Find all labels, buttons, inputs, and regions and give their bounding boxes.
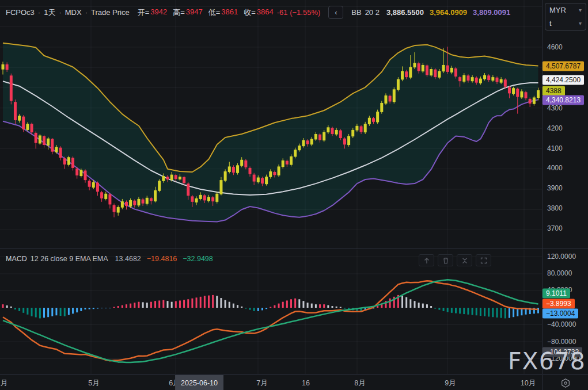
macd-chart-canvas[interactable] bbox=[0, 250, 542, 374]
bb-values-readout: 3,886.55003,964.09093,809.0091 bbox=[386, 8, 510, 17]
bb-indicator-params: 20 2 bbox=[365, 8, 380, 17]
time-axis-tick: 9月 bbox=[445, 378, 456, 388]
bb-indicator-name[interactable]: BB bbox=[351, 8, 361, 17]
separator-dot: · bbox=[85, 8, 88, 17]
ohlc-value: 3864 bbox=[257, 7, 274, 18]
pane-separator[interactable] bbox=[0, 248, 588, 249]
delete-pane-icon bbox=[441, 255, 451, 266]
price-axis-tick: 120.0000 bbox=[547, 253, 576, 261]
price-label-chip: 4,424.2500 bbox=[543, 75, 584, 85]
price-axis-tick: 3700 bbox=[547, 224, 563, 232]
macd-value: 13.4682 bbox=[115, 255, 141, 263]
price-axis-tick: 3900 bbox=[547, 184, 563, 192]
price-axis-tick: −40.0000 bbox=[547, 320, 576, 328]
price-axis-tick: 3800 bbox=[547, 204, 563, 212]
price-label-chip: 9.1011 bbox=[543, 289, 570, 299]
macd-histogram[interactable] bbox=[2, 295, 540, 319]
macd-indicator-params: 12 26 close 9 EMA EMA bbox=[31, 255, 108, 263]
price-label-chip: 4388 bbox=[543, 86, 565, 96]
time-axis-tick: 月 bbox=[1, 378, 8, 388]
chevron-down-icon: ▾ bbox=[579, 20, 582, 26]
currency-dropdown[interactable]: MYR ▾ bbox=[545, 3, 586, 17]
price-label-chip: −3.8993 bbox=[543, 299, 575, 309]
main-price-pane[interactable]: FCPOc3 · 1天 · MDX · Trade Price 开=3942高=… bbox=[0, 0, 542, 248]
currency-selector: MYR ▾ t ▾ bbox=[545, 3, 586, 30]
macd-value: −32.9498 bbox=[183, 255, 213, 263]
ohlc-label: 开= bbox=[138, 7, 150, 18]
time-axis-tick: 10月 bbox=[521, 378, 536, 388]
delete-pane-button[interactable] bbox=[438, 254, 453, 266]
macd-legend: MACD 12 26 close 9 EMA EMA 13.4682−19.48… bbox=[6, 255, 213, 263]
price-axis[interactable]: 46004300420041004000390038003700120.0000… bbox=[542, 0, 588, 374]
collapse-pane-button[interactable] bbox=[457, 254, 472, 266]
price-axis-tick: 4000 bbox=[547, 164, 563, 172]
maximize-pane-button[interactable] bbox=[476, 254, 491, 266]
crosshair-date-chip: 2025-06-10 bbox=[175, 375, 223, 390]
ohlc-label: 高= bbox=[173, 7, 185, 18]
ohlc-value: 3947 bbox=[186, 7, 203, 18]
price-axis-tick: 4100 bbox=[547, 144, 563, 152]
bb-value: 3,809.0091 bbox=[473, 8, 510, 17]
bb-value: 3,886.5500 bbox=[386, 8, 424, 17]
macd-values-readout: 13.4682−19.4816−32.9498 bbox=[115, 255, 213, 263]
macd-pane[interactable]: MACD 12 26 close 9 EMA EMA 13.4682−19.48… bbox=[0, 250, 542, 374]
interval-label[interactable]: 1天 bbox=[44, 7, 55, 18]
chevron-down-icon: ▾ bbox=[579, 7, 582, 13]
price-axis-tick: 4300 bbox=[547, 104, 563, 112]
ohlc-label: 收= bbox=[244, 7, 256, 18]
pane-toolbar bbox=[419, 254, 491, 266]
separator-dot: · bbox=[59, 8, 61, 17]
price-axis-tick: −80.0000 bbox=[547, 338, 576, 346]
ohlc-value: 3861 bbox=[221, 7, 238, 18]
time-axis-tick: 16 bbox=[302, 379, 310, 387]
macd-signal-line[interactable] bbox=[3, 280, 538, 362]
unit-dropdown[interactable]: t ▾ bbox=[545, 17, 586, 30]
currency-value: MYR bbox=[549, 6, 566, 14]
price-axis-tick: 4600 bbox=[547, 43, 563, 51]
ohlc-label: 低= bbox=[208, 7, 221, 18]
macd-value: −19.4816 bbox=[147, 255, 177, 263]
change-readout: -61 (−1.55%) bbox=[277, 8, 321, 17]
move-pane-up-icon bbox=[422, 255, 432, 266]
bb-value: 3,964.0909 bbox=[430, 8, 467, 17]
ohlc-readout: 开=3942高=3947低=3861收=3864 bbox=[133, 7, 274, 18]
price-label-chip: −104.2732 bbox=[543, 347, 582, 357]
macd-indicator-name[interactable]: MACD bbox=[6, 255, 27, 263]
price-axis-tick: 4200 bbox=[547, 124, 563, 132]
exchange-label: MDX bbox=[65, 8, 82, 17]
axis-corner bbox=[542, 374, 588, 390]
time-axis-tick: 7月 bbox=[256, 378, 267, 388]
time-axis[interactable]: 月5月6月7月168月9月10月2025-06-10 bbox=[0, 374, 588, 390]
price-axis-tick: 80.0000 bbox=[547, 269, 572, 277]
maximize-pane-icon bbox=[479, 255, 489, 266]
settings-icon[interactable] bbox=[560, 378, 571, 388]
move-pane-up-button[interactable] bbox=[419, 254, 434, 266]
symbol-name[interactable]: FCPOc3 bbox=[6, 8, 35, 17]
trading-chart-window: FCPOc3 · 1天 · MDX · Trade Price 开=3942高=… bbox=[0, 0, 588, 390]
unit-value: t bbox=[549, 19, 552, 28]
macd-line[interactable] bbox=[3, 281, 538, 361]
price-label-chip: −13.0004 bbox=[543, 309, 578, 319]
candlestick-chart-canvas[interactable] bbox=[0, 0, 542, 248]
series-type-label: Trade Price bbox=[91, 8, 130, 17]
legend-collapse-button[interactable]: ‹ bbox=[328, 6, 343, 19]
ohlc-value: 3942 bbox=[150, 7, 167, 18]
time-axis-tick: 5月 bbox=[88, 378, 99, 388]
collapse-pane-icon bbox=[460, 255, 470, 266]
separator-dot: · bbox=[38, 8, 40, 17]
price-label-chip: 4,340.8213 bbox=[543, 95, 584, 105]
price-label-chip: 4,507.6787 bbox=[543, 62, 584, 71]
symbol-legend: FCPOc3 · 1天 · MDX · Trade Price 开=3942高=… bbox=[6, 6, 510, 19]
time-axis-tick: 8月 bbox=[354, 378, 365, 388]
bb-band-fill bbox=[3, 43, 538, 222]
